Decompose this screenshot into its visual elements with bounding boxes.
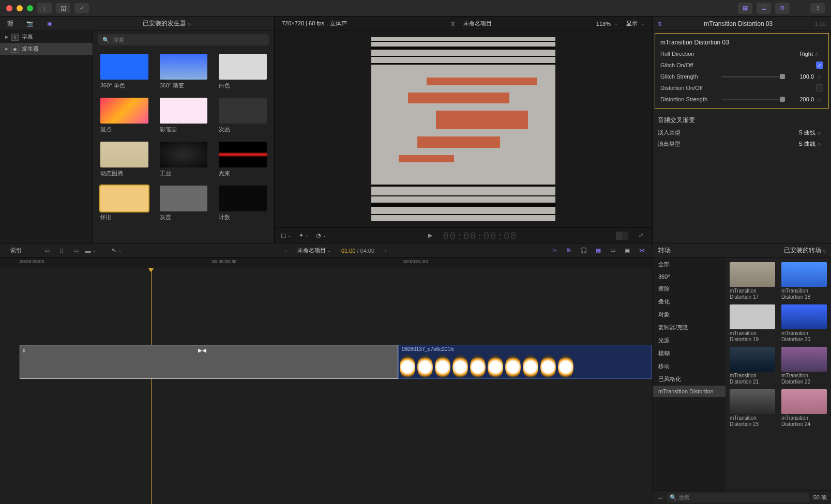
video-clip[interactable]: 08080137_d7e6c201fc — [398, 345, 652, 379]
generator-thumb[interactable]: 360° 渐变 — [160, 54, 208, 89]
clip-appearance-icon[interactable]: ▭ — [608, 246, 617, 255]
generator-thumb[interactable]: 动态图腾 — [100, 142, 148, 177]
close-window[interactable] — [6, 5, 12, 11]
transition-category[interactable]: 复制器/克隆 — [653, 321, 726, 334]
distortion-strength-slider[interactable] — [721, 99, 785, 100]
generator-thumb[interactable]: 次品 — [219, 98, 267, 133]
titles-generators-icon[interactable]: ▣ — [44, 19, 55, 29]
distortion-strength-value[interactable]: 200.0 — [791, 96, 814, 102]
library-icon[interactable]: 🎬 — [5, 19, 16, 29]
param-label: 淡入类型 — [658, 129, 715, 136]
select-tool[interactable]: ↖⌄ — [112, 247, 122, 254]
transition-inspector-icon[interactable]: ⧖ — [658, 20, 662, 27]
transition-category[interactable]: 叠化 — [653, 295, 726, 308]
overwrite-clip-icon[interactable]: ▬⌄ — [86, 246, 95, 255]
transition-item[interactable]: mTransition Distortion 24 — [781, 389, 827, 427]
timeline-body[interactable]: ॥ ▶◀ 08080137_d7e6c201fc — [0, 268, 653, 504]
share-button[interactable]: ⇪ — [810, 3, 825, 13]
generator-thumb[interactable]: 怀旧 — [100, 186, 148, 221]
timeline-ruler[interactable]: 00:00:00:00 00:00:00:30 00:00:01:00 — [0, 258, 653, 268]
transform-tool[interactable]: ▢⌄ — [281, 231, 291, 241]
skimming-icon[interactable]: ⊩ — [550, 246, 560, 255]
generator-thumb[interactable]: 斑点 — [100, 98, 148, 133]
append-clip-icon[interactable]: ▭ — [71, 246, 81, 255]
timeline-project-dropdown[interactable]: 未命名项目⌄ — [297, 247, 331, 254]
insert-clip-icon[interactable]: ▯ — [57, 246, 66, 255]
generator-thumb[interactable]: 光束 — [219, 142, 267, 177]
play-button[interactable]: ▶ — [425, 231, 435, 241]
transition-category[interactable]: 模糊 — [653, 347, 726, 360]
enhance-tool[interactable]: ✦⌄ — [298, 231, 309, 241]
transition-category[interactable]: mTransition Distortion — [653, 386, 726, 397]
generator-thumb[interactable]: 彩笔画 — [160, 98, 208, 133]
param-roll-direction: Roll Direction Right — [655, 48, 828, 59]
generator-thumb[interactable]: 白色 — [219, 54, 267, 89]
transitions-search[interactable]: 🔍 — [667, 493, 809, 502]
transition-item[interactable]: mTransition Distortion 23 — [730, 389, 775, 427]
fade-in-dropdown[interactable]: S 曲线 — [799, 129, 826, 136]
generator-thumb[interactable]: 工业 — [160, 142, 208, 177]
minimize-window[interactable] — [17, 5, 23, 11]
generator-clip[interactable]: ॥ ▶◀ — [20, 345, 398, 379]
playhead[interactable] — [151, 268, 152, 504]
transition-item[interactable]: mTransition Distortion 20 — [781, 304, 827, 343]
glitch-strength-slider[interactable] — [721, 76, 785, 78]
transitions-browser-icon[interactable]: ⋈ — [637, 246, 646, 255]
sidebar-item-generators[interactable]: ▶ ◉ 发生器 — [0, 43, 93, 55]
fullscreen-button[interactable]: ⤢ — [636, 231, 646, 241]
display-dropdown[interactable]: 显示⌄ — [626, 20, 645, 27]
browser-search[interactable]: 🔍 — [98, 34, 269, 45]
connect-clip-icon[interactable]: ▭ — [42, 246, 52, 255]
installed-transitions-dropdown[interactable]: 已安装的转场◇ — [784, 246, 826, 255]
distortion-checkbox[interactable] — [816, 84, 823, 91]
next-edit-icon[interactable]: › — [385, 248, 387, 254]
import-button[interactable]: ↓ — [37, 3, 52, 13]
roll-direction-dropdown[interactable]: Right — [799, 51, 823, 57]
viewer-canvas-area[interactable] — [275, 31, 652, 227]
transition-item[interactable]: mTransition Distortion 19 — [730, 304, 775, 343]
media-browser: 🎬 📷 ▣ 已安装的发生器◇ ▶ T 字幕 ▶ ◉ 发生器 — [0, 17, 274, 243]
background-tasks-button[interactable]: ✓ — [74, 3, 89, 13]
search-input[interactable] — [113, 37, 265, 43]
transition-category[interactable]: 全部 — [653, 258, 726, 271]
transition-item[interactable]: mTransition Distortion 18 — [781, 262, 827, 300]
snapping-icon[interactable]: ▦ — [594, 246, 603, 255]
transition-category[interactable]: 对象 — [653, 308, 726, 321]
library-view-button[interactable]: ▦ — [738, 3, 752, 14]
glitch-checkbox[interactable]: ✓ — [816, 62, 823, 69]
transition-category[interactable]: 擦除 — [653, 282, 726, 295]
retime-tool[interactable]: ◔⌄ — [316, 231, 326, 241]
glitch-strength-value[interactable]: 100.0 — [791, 73, 814, 80]
effects-browser-icon[interactable]: ▣ — [623, 246, 632, 255]
transitions-search-input[interactable] — [679, 495, 806, 500]
download-icon: ↓ — [43, 5, 46, 11]
transition-item[interactable]: mTransition Distortion 22 — [781, 347, 827, 385]
keyframe-button[interactable]: ◇ — [817, 74, 823, 80]
audio-skimming-icon[interactable]: ⊪ — [565, 246, 574, 255]
transition-item[interactable]: mTransition Distortion 21 — [730, 347, 775, 385]
transition-item[interactable]: mTransition Distortion 17 — [730, 262, 775, 300]
solo-icon[interactable]: 🎧 — [579, 246, 588, 255]
generator-thumb[interactable]: 计数 — [219, 186, 267, 221]
generator-thumb[interactable]: 灰度 — [160, 186, 208, 221]
generator-thumb[interactable]: 360° 单色 — [100, 54, 148, 89]
timeline-view-button[interactable]: ☰ — [757, 3, 771, 14]
index-button[interactable]: 索引 — [6, 246, 26, 255]
zoom-dropdown[interactable]: 113%⌄ — [596, 21, 618, 27]
keyframe-button[interactable]: ◇ — [817, 97, 823, 102]
keyword-button[interactable]: ⚿ — [56, 3, 70, 13]
transition-name: mTransition Distortion 19 — [730, 330, 775, 343]
generators-letter-icon: ◉ — [11, 45, 19, 53]
inspector-view-button[interactable]: ⚙ — [775, 3, 790, 14]
list-view-icon[interactable]: ▭ — [657, 494, 662, 501]
prev-edit-icon[interactable]: ‹ — [285, 248, 287, 254]
fade-out-dropdown[interactable]: S 曲线 — [799, 140, 826, 148]
photos-icon[interactable]: 📷 — [25, 19, 35, 29]
transition-category[interactable]: 已风格化 — [653, 373, 726, 386]
sidebar-item-titles[interactable]: ▶ T 字幕 — [0, 31, 93, 43]
transition-category[interactable]: 光源 — [653, 334, 726, 347]
browser-title[interactable]: 已安装的发生器◇ — [64, 19, 269, 28]
zoom-window[interactable] — [27, 5, 33, 11]
transition-category[interactable]: 360° — [653, 271, 726, 282]
transition-category[interactable]: 移动 — [653, 360, 726, 373]
